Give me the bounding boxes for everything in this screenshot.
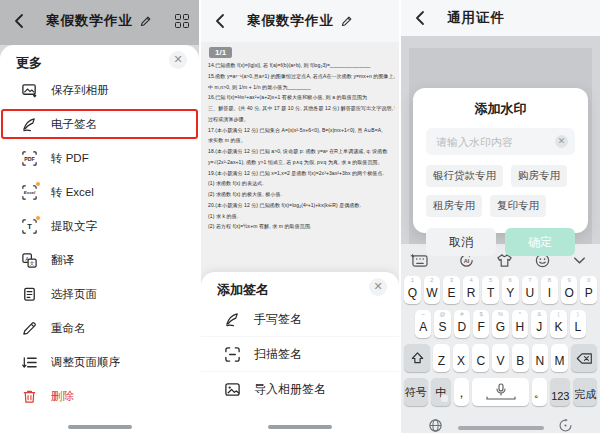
signature-pen-icon [20, 115, 38, 133]
back-icon[interactable] [411, 8, 431, 28]
key[interactable]: Z [433, 344, 450, 372]
keyboard: AI 1Q2W3E4R5T6Y7U8I9O0P [401, 244, 600, 433]
key[interactable]: 9O [561, 276, 578, 304]
key[interactable]: ^H [512, 310, 528, 338]
menu-item-delete[interactable]: 删除 [0, 379, 199, 413]
menu-item-translate[interactable]: A文 翻译 [0, 243, 199, 277]
menu-item-e-signature[interactable]: 电子签名 [0, 107, 199, 141]
key[interactable]: )L [570, 310, 586, 338]
menu-item-to-pdf[interactable]: PDF 转 PDF [0, 141, 199, 175]
period-key[interactable]: 。 [532, 378, 547, 406]
key-label: C [476, 354, 485, 368]
clear-input-icon[interactable]: ✕ [555, 135, 568, 148]
close-icon[interactable]: ✕ [369, 278, 387, 296]
select-pages-icon [20, 285, 38, 303]
back-icon[interactable] [211, 11, 231, 31]
key[interactable]: V [492, 344, 509, 372]
key[interactable]: B [512, 344, 529, 372]
menu-item-select-pages[interactable]: 选择页面 [0, 277, 199, 311]
key-label: O [564, 286, 573, 300]
key-hint: % [492, 311, 508, 317]
option-label: 扫描签名 [254, 346, 302, 363]
option-label: 导入相册签名 [254, 381, 326, 398]
edit-title-icon[interactable] [340, 15, 353, 28]
key[interactable]: (K [550, 310, 566, 338]
option-import-album-signature[interactable]: 导入相册签名 [201, 372, 399, 407]
key[interactable]: &J [531, 310, 547, 338]
menu-item-reorder-pages[interactable]: 调整页面顺序 [0, 345, 199, 379]
option-scan-signature[interactable]: 扫描签名 [201, 337, 399, 372]
trash-icon [20, 387, 38, 405]
key-label: X [457, 354, 465, 368]
key[interactable]: #D [454, 310, 470, 338]
watermark-preset-chip[interactable]: 购房专用 [511, 165, 567, 187]
watermark-preset-chip[interactable]: 租房专用 [426, 195, 482, 217]
key-label: R [467, 286, 476, 300]
dialog-buttons: 取消 确定 [426, 228, 575, 256]
symbols-key[interactable]: 符号 [404, 378, 428, 406]
key-hint: & [531, 311, 547, 317]
watermark-preset-chip[interactable]: 复印专用 [490, 195, 546, 217]
panel-add-watermark: 通用证件 添加水印 ✕ 银行贷款专用购房专用租房专用复印专用 取消 确定 [401, 0, 600, 433]
key[interactable]: @S [434, 310, 450, 338]
keyboard-row-4: 符号 中 ， 。 123 完成 [404, 378, 597, 406]
key-hint: 6 [502, 277, 519, 283]
screenshot-root: 寒假数学作业 更多 ✕ 保存到相册 [0, 0, 600, 433]
key[interactable]: 5T [482, 276, 499, 304]
watermark-input[interactable] [426, 128, 575, 155]
history-icon[interactable] [558, 418, 573, 433]
key[interactable]: 6Y [502, 276, 519, 304]
cancel-button[interactable]: 取消 [426, 228, 496, 256]
key[interactable]: X [453, 344, 470, 372]
key[interactable]: 0P [580, 276, 597, 304]
key[interactable]: 7U [522, 276, 539, 304]
svg-text:Excel: Excel [23, 190, 35, 195]
numbers-key[interactable]: 123 [550, 378, 570, 406]
handwrite-pen-icon [223, 310, 241, 328]
key-label: A [419, 320, 427, 334]
middle-header: 寒假数学作业 [201, 0, 399, 42]
key[interactable]: N [532, 344, 549, 372]
key[interactable]: $F [473, 310, 489, 338]
option-handwritten-signature[interactable]: 手写签名 [201, 302, 399, 337]
home-indicator [68, 425, 132, 429]
more-menu-list: 保存到相册 电子签名 PDF 转 PDF Excel [0, 73, 199, 419]
confirm-button[interactable]: 确定 [505, 228, 575, 256]
watermark-presets: 银行贷款专用购房专用租房专用复印专用 [426, 165, 575, 217]
reorder-pages-icon [20, 353, 38, 371]
language-key[interactable]: 中 [431, 378, 451, 406]
menu-item-save-to-album[interactable]: 保存到相册 [0, 73, 199, 107]
key[interactable]: %G [492, 310, 508, 338]
page-number-badge: 1/1 [209, 47, 232, 58]
save-to-album-icon [20, 81, 38, 99]
done-key[interactable]: 完成 [573, 378, 597, 406]
watermark-preset-chip[interactable]: 银行贷款专用 [426, 165, 503, 187]
shift-key[interactable] [404, 344, 430, 372]
key[interactable]: 1Q [404, 276, 421, 304]
key[interactable]: 2W [424, 276, 441, 304]
key[interactable]: M [551, 344, 568, 372]
key[interactable]: C [472, 344, 489, 372]
row3-letters: ZXCVBNM [433, 344, 568, 372]
album-image-icon [223, 381, 241, 399]
key[interactable]: 8I [541, 276, 558, 304]
close-icon[interactable]: ✕ [169, 51, 187, 69]
dim-overlay [0, 0, 199, 45]
menu-item-rename[interactable]: 重命名 [0, 311, 199, 345]
key[interactable]: 3E [443, 276, 460, 304]
comma-key[interactable]: ， [454, 378, 469, 406]
pdf-icon: PDF [20, 149, 38, 167]
menu-item-extract-text[interactable]: T 提取文字 [0, 209, 199, 243]
key-hint: 3 [443, 277, 460, 283]
lang-toggle-indicator [441, 395, 448, 402]
key[interactable]: ~A [415, 310, 431, 338]
key-label: Z [438, 354, 445, 368]
key-label: N [536, 354, 545, 368]
globe-input-icon[interactable] [428, 418, 443, 433]
space-key[interactable] [472, 378, 530, 406]
key-label: W [426, 286, 437, 300]
backspace-key[interactable] [571, 344, 597, 372]
extract-text-icon: T [20, 217, 38, 235]
key[interactable]: 4R [463, 276, 480, 304]
menu-item-to-excel[interactable]: Excel 转 Excel [0, 175, 199, 209]
